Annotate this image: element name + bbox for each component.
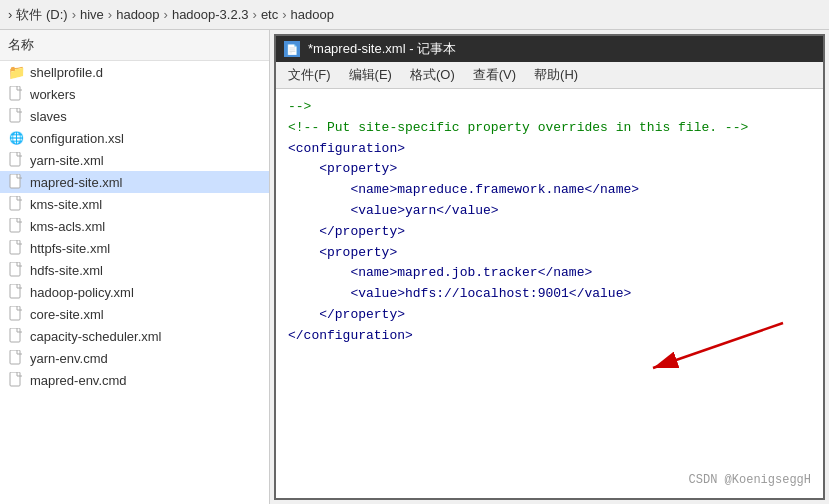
file-icon — [8, 240, 24, 256]
breadcrumb-item-3[interactable]: hadoop — [116, 7, 159, 22]
xml-line: <value>yarn</value> — [288, 201, 811, 222]
svg-rect-7 — [10, 262, 20, 276]
file-icon — [8, 174, 24, 190]
file-icon: 🌐 — [8, 130, 24, 146]
file-icon — [8, 152, 24, 168]
breadcrumb-item-4[interactable]: hadoop-3.2.3 — [172, 7, 249, 22]
svg-rect-11 — [10, 350, 20, 364]
svg-rect-4 — [10, 196, 20, 210]
xml-line: <property> — [288, 159, 811, 180]
file-icon — [8, 328, 24, 344]
xml-line: <name>mapred.job.tracker</name> — [288, 263, 811, 284]
breadcrumb-item-1[interactable]: 软件 (D:) — [16, 6, 67, 24]
svg-rect-12 — [10, 372, 20, 386]
red-arrow-annotation — [573, 313, 793, 393]
notepad-window: 📄 *mapred-site.xml - 记事本 文件(F) 编辑(E) 格式(… — [274, 34, 825, 500]
file-name: yarn-site.xml — [30, 153, 104, 168]
svg-rect-10 — [10, 328, 20, 342]
file-item[interactable]: kms-site.xml — [0, 193, 269, 215]
file-item[interactable]: yarn-site.xml — [0, 149, 269, 171]
menu-view[interactable]: 查看(V) — [465, 64, 524, 86]
xml-line: <value>hdfs://localhost:9001</value> — [288, 284, 811, 305]
xml-line: --> — [288, 97, 811, 118]
xml-line: <name>mapreduce.framework.name</name> — [288, 180, 811, 201]
menu-help[interactable]: 帮助(H) — [526, 64, 586, 86]
notepad-titlebar: 📄 *mapred-site.xml - 记事本 — [276, 36, 823, 62]
file-icon — [8, 284, 24, 300]
breadcrumb-bar: › 软件 (D:) › hive › hadoop › hadoop-3.2.3… — [0, 0, 829, 30]
breadcrumb-item-2[interactable]: hive — [80, 7, 104, 22]
file-icon — [8, 306, 24, 322]
svg-rect-0 — [10, 86, 20, 100]
file-name: httpfs-site.xml — [30, 241, 110, 256]
menu-file[interactable]: 文件(F) — [280, 64, 339, 86]
breadcrumb-arrow: › — [8, 7, 12, 22]
file-name: yarn-env.cmd — [30, 351, 108, 366]
svg-rect-2 — [10, 152, 20, 166]
file-item[interactable]: httpfs-site.xml — [0, 237, 269, 259]
file-item[interactable]: yarn-env.cmd — [0, 347, 269, 369]
notepad-menubar: 文件(F) 编辑(E) 格式(O) 查看(V) 帮助(H) — [276, 62, 823, 89]
explorer-header: 名称 — [0, 30, 269, 61]
xml-line: <!-- Put site-specific property override… — [288, 118, 811, 139]
file-item[interactable]: hdfs-site.xml — [0, 259, 269, 281]
file-item[interactable]: capacity-scheduler.xml — [0, 325, 269, 347]
file-name: shellprofile.d — [30, 65, 103, 80]
file-item[interactable]: 🌐configuration.xsl — [0, 127, 269, 149]
file-name: hdfs-site.xml — [30, 263, 103, 278]
watermark: CSDN @KoenigseggH — [689, 471, 811, 490]
file-name: workers — [30, 87, 76, 102]
breadcrumb-sep-5: › — [282, 7, 286, 22]
file-name: slaves — [30, 109, 67, 124]
breadcrumb-sep-4: › — [253, 7, 257, 22]
file-icon — [8, 108, 24, 124]
notepad-icon: 📄 — [284, 41, 300, 57]
breadcrumb-sep-2: › — [108, 7, 112, 22]
file-icon: 📁 — [8, 64, 24, 80]
file-name: kms-site.xml — [30, 197, 102, 212]
file-item[interactable]: mapred-site.xml — [0, 171, 269, 193]
breadcrumb-item-5[interactable]: etc — [261, 7, 278, 22]
file-item[interactable]: core-site.xml — [0, 303, 269, 325]
file-icon — [8, 350, 24, 366]
file-icon — [8, 86, 24, 102]
file-name: core-site.xml — [30, 307, 104, 322]
notepad-content[interactable]: --><!-- Put site-specific property overr… — [276, 89, 823, 498]
file-name: hadoop-policy.xml — [30, 285, 134, 300]
breadcrumb-sep-3: › — [164, 7, 168, 22]
file-name: capacity-scheduler.xml — [30, 329, 162, 344]
svg-rect-3 — [10, 174, 20, 188]
file-explorer: 名称 📁shellprofile.dworkersslaves🌐configur… — [0, 30, 270, 504]
xml-line: <configuration> — [288, 139, 811, 160]
menu-edit[interactable]: 编辑(E) — [341, 64, 400, 86]
file-name: kms-acls.xml — [30, 219, 105, 234]
xml-line: </property> — [288, 222, 811, 243]
file-name: mapred-env.cmd — [30, 373, 127, 388]
file-name: mapred-site.xml — [30, 175, 122, 190]
svg-rect-5 — [10, 218, 20, 232]
breadcrumb-sep-1: › — [72, 7, 76, 22]
file-item[interactable]: slaves — [0, 105, 269, 127]
menu-format[interactable]: 格式(O) — [402, 64, 463, 86]
svg-rect-9 — [10, 306, 20, 320]
file-item[interactable]: mapred-env.cmd — [0, 369, 269, 391]
notepad-title: *mapred-site.xml - 记事本 — [308, 40, 456, 58]
file-item[interactable]: workers — [0, 83, 269, 105]
file-icon — [8, 372, 24, 388]
xml-line: <property> — [288, 243, 811, 264]
file-icon — [8, 196, 24, 212]
file-icon — [8, 218, 24, 234]
file-item[interactable]: 📁shellprofile.d — [0, 61, 269, 83]
file-list: 📁shellprofile.dworkersslaves🌐configurati… — [0, 61, 269, 391]
svg-rect-6 — [10, 240, 20, 254]
file-icon — [8, 262, 24, 278]
main-area: 名称 📁shellprofile.dworkersslaves🌐configur… — [0, 30, 829, 504]
svg-rect-1 — [10, 108, 20, 122]
breadcrumb-item-6[interactable]: hadoop — [291, 7, 334, 22]
svg-rect-8 — [10, 284, 20, 298]
file-item[interactable]: hadoop-policy.xml — [0, 281, 269, 303]
file-name: configuration.xsl — [30, 131, 124, 146]
file-item[interactable]: kms-acls.xml — [0, 215, 269, 237]
